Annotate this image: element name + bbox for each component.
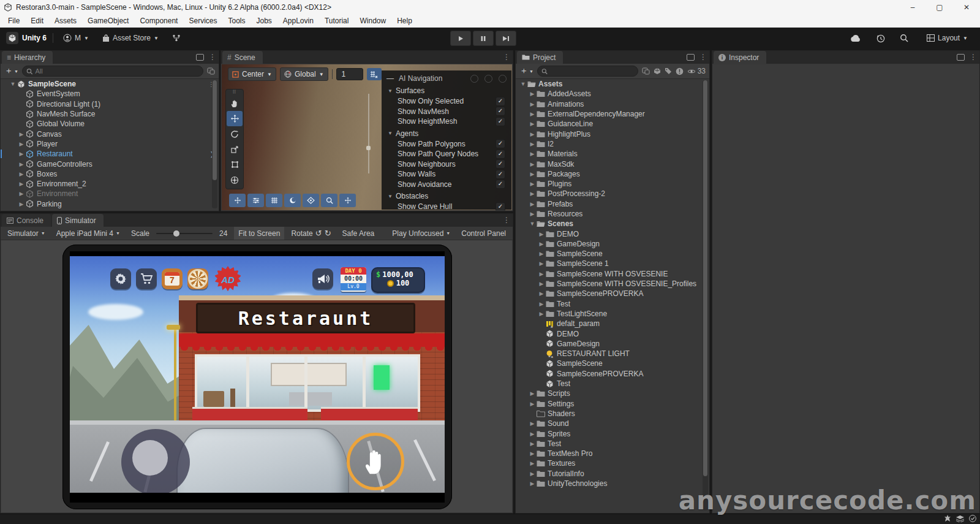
expand-arrow-icon[interactable]: ▶ bbox=[538, 260, 545, 267]
hierarchy-search-input[interactable] bbox=[35, 67, 199, 75]
checkbox[interactable]: ✓ bbox=[496, 117, 505, 126]
project-item-scenes[interactable]: ▼Scenes bbox=[516, 219, 709, 229]
nav-toggle-show-navmesh[interactable]: Show NavMesh✓ bbox=[382, 107, 511, 117]
project-search-input[interactable] bbox=[550, 67, 634, 75]
pause-button[interactable] bbox=[473, 31, 494, 46]
menu-applovin[interactable]: AppLovin bbox=[277, 17, 319, 25]
scene-picker-icon[interactable] bbox=[207, 67, 215, 75]
gizmo-handle[interactable] bbox=[366, 146, 371, 150]
expand-arrow-icon[interactable]: ▶ bbox=[18, 171, 25, 177]
nav-section-obstacles[interactable]: ▼Obstacles bbox=[382, 189, 511, 202]
unity-version-badge[interactable]: Unity 6 bbox=[6, 32, 47, 44]
transform-tool[interactable] bbox=[227, 172, 243, 188]
nav-toggle-show-walls[interactable]: Show Walls✓ bbox=[382, 169, 511, 180]
project-item-postprocessing-2[interactable]: ▶PostProcessing-2 bbox=[516, 189, 709, 199]
settings-button[interactable] bbox=[110, 268, 131, 289]
project-item-resources[interactable]: ▶Resources bbox=[516, 209, 709, 219]
overlay-move2-icon[interactable] bbox=[339, 194, 356, 207]
expand-arrow-icon[interactable]: ▶ bbox=[538, 251, 545, 257]
expand-arrow-icon[interactable]: ▶ bbox=[529, 91, 536, 97]
panel-menu-icon[interactable]: ⋮ bbox=[970, 53, 977, 61]
hierarchy-item-boxes[interactable]: ▶Boxes bbox=[1, 169, 219, 179]
search-icon[interactable] bbox=[900, 34, 908, 42]
hierarchy-item-environment[interactable]: ▶Environment bbox=[1, 189, 219, 199]
project-item-samplesceneproverka[interactable]: ▶SampleScenePROVERKA bbox=[516, 289, 709, 298]
project-item-plugins[interactable]: ▶Plugins bbox=[516, 179, 709, 189]
overlay-sliders-icon[interactable] bbox=[247, 194, 264, 207]
project-item-gamedesign[interactable]: GameDesign bbox=[516, 339, 709, 349]
rotate-tool[interactable] bbox=[227, 126, 243, 142]
version-control-icon[interactable] bbox=[168, 32, 184, 44]
rotate-ccw-icon[interactable]: ↺ bbox=[315, 229, 322, 238]
expand-arrow-icon[interactable]: ▶ bbox=[529, 191, 536, 197]
nav-toggle-show-neighbours[interactable]: Show Neighbours✓ bbox=[382, 159, 511, 170]
project-item-addedassets[interactable]: ▶AddedAssets bbox=[516, 89, 709, 99]
project-item-samplescene[interactable]: ▶SampleScene bbox=[516, 249, 709, 259]
nav-toggle-show-only-selected[interactable]: Show Only Selected✓ bbox=[382, 96, 511, 107]
menu-tutorial[interactable]: Tutorial bbox=[319, 17, 355, 25]
tab-console[interactable]: Console bbox=[2, 214, 51, 227]
project-item-settings[interactable]: ▶Settings bbox=[516, 399, 709, 409]
pivot-dropdown[interactable]: Center ▼ bbox=[228, 67, 276, 81]
nav-section-surfaces[interactable]: ▼Surfaces bbox=[382, 84, 511, 96]
label-icon[interactable] bbox=[665, 67, 672, 75]
expand-arrow-icon[interactable]: ▶ bbox=[529, 181, 536, 187]
project-item-demo[interactable]: ▶DEMO bbox=[516, 229, 709, 238]
project-item-test[interactable]: ▶Test bbox=[516, 439, 709, 449]
device-screen[interactable]: Restaraunt bbox=[70, 251, 445, 503]
project-item-test[interactable]: Test bbox=[516, 379, 709, 389]
project-item-animations[interactable]: ▶Animations bbox=[516, 99, 709, 109]
shop-button[interactable] bbox=[136, 268, 157, 289]
project-item-tutorialinfo[interactable]: ▶TutorialInfo bbox=[516, 469, 709, 479]
hierarchy-item-directional-light-1-[interactable]: Directional Light (1) bbox=[1, 99, 219, 109]
overlay-search-icon[interactable] bbox=[321, 194, 337, 207]
simulator-mode-dropdown[interactable]: Simulator▼ bbox=[3, 227, 50, 240]
project-item-samplescene-with-osvesenie[interactable]: ▶SampleScene WITH OSVESENIE bbox=[516, 269, 709, 279]
panel-menu-icon[interactable]: ⋮ bbox=[503, 216, 510, 224]
menu-window[interactable]: Window bbox=[354, 17, 391, 25]
minimize-button[interactable]: – bbox=[899, 0, 926, 15]
project-item-samplesceneproverka[interactable]: SampleScenePROVERKA bbox=[516, 369, 709, 379]
project-item-restaurant-light[interactable]: aRESTAURANT LIGHT bbox=[516, 349, 709, 359]
hierarchy-search[interactable] bbox=[22, 66, 203, 77]
hierarchy-item-restaraunt[interactable]: ▶Restaraunt❯ bbox=[1, 149, 219, 159]
project-item-defalt-param[interactable]: adefalt_param bbox=[516, 319, 709, 328]
tab-inspector[interactable]: i Inspector bbox=[714, 51, 766, 64]
panel-menu-icon[interactable]: ⋮ bbox=[209, 53, 216, 61]
menu-component[interactable]: Component bbox=[134, 17, 183, 25]
announcement-button[interactable] bbox=[312, 268, 333, 289]
expand-arrow-icon[interactable]: ▶ bbox=[538, 241, 545, 247]
panel-menu-icon[interactable]: ⋮ bbox=[503, 53, 510, 61]
hierarchy-item-global-volume[interactable]: Global Volume bbox=[1, 119, 219, 129]
maximize-button[interactable]: ▢ bbox=[926, 0, 953, 15]
rotate-cw-icon[interactable]: ↻ bbox=[325, 229, 331, 238]
overlay-grid-icon[interactable] bbox=[266, 194, 282, 207]
menu-services[interactable]: Services bbox=[183, 17, 222, 25]
checkbox[interactable]: ✓ bbox=[496, 107, 505, 116]
project-item-test[interactable]: ▶Test bbox=[516, 299, 709, 309]
project-item-sound[interactable]: ▶Sound bbox=[516, 419, 709, 428]
expand-arrow-icon[interactable]: ▼ bbox=[529, 221, 536, 227]
expand-arrow-icon[interactable]: ▶ bbox=[18, 201, 25, 207]
expand-arrow-icon[interactable]: ▶ bbox=[529, 480, 536, 487]
overlay-option-icon[interactable] bbox=[470, 75, 478, 83]
packages-visibility-icon[interactable] bbox=[654, 67, 661, 75]
hand-action-button[interactable] bbox=[347, 433, 404, 490]
overlay-move-icon[interactable] bbox=[229, 194, 246, 207]
hierarchy-item-navmesh-surface[interactable]: NavMesh Surface bbox=[1, 109, 219, 119]
expand-arrow-icon[interactable]: ▶ bbox=[529, 101, 536, 107]
project-item-assets[interactable]: ▼Assets bbox=[516, 79, 709, 89]
overlay-gizmos-icon[interactable] bbox=[303, 194, 319, 207]
expand-arrow-icon[interactable]: ▶ bbox=[538, 231, 545, 237]
promo-badge[interactable]: AD bbox=[214, 266, 241, 293]
menu-gameobject[interactable]: GameObject bbox=[82, 17, 134, 25]
rect-tool[interactable] bbox=[227, 157, 243, 172]
toolbar-grip[interactable]: ⠿ bbox=[233, 91, 237, 96]
check-status-icon[interactable] bbox=[969, 515, 976, 522]
expand-arrow-icon[interactable]: ▶ bbox=[18, 131, 25, 137]
project-item-demo[interactable]: DEMO bbox=[516, 328, 709, 338]
nav-toggle-show-path-query-nodes[interactable]: Show Path Query Nodes✓ bbox=[382, 149, 511, 159]
play-unfocused-dropdown[interactable]: Play Unfocused▼ bbox=[388, 227, 454, 240]
expand-arrow-icon[interactable]: ▶ bbox=[529, 121, 536, 127]
menu-help[interactable]: Help bbox=[391, 17, 418, 25]
